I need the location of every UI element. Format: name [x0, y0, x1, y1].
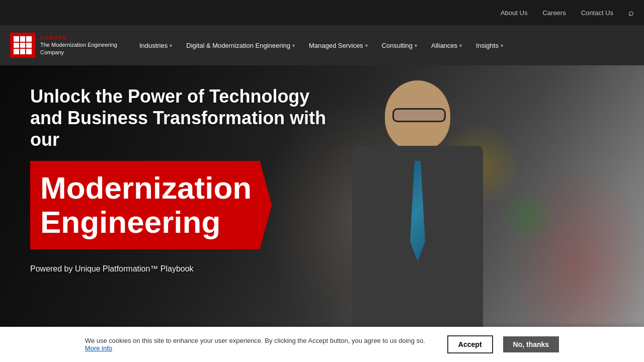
chevron-down-icon: ▾	[415, 43, 417, 48]
hero-subtext: Powered by Unique Platformation™ Playboo…	[30, 264, 332, 274]
top-bar: About Us Careers Contact Us ⌕	[0, 0, 644, 25]
cookie-message: We use cookies on this site to enhance y…	[85, 337, 437, 352]
main-nav: SONATA The Modernization Engineering Com…	[0, 25, 644, 65]
person-body	[352, 146, 483, 337]
hero-big-line1: Modernization	[40, 171, 252, 205]
chevron-down-icon: ▾	[501, 43, 503, 48]
logo[interactable]: SONATA The Modernization Engineering Com…	[10, 33, 117, 58]
careers-link[interactable]: Careers	[542, 9, 566, 17]
logo-text: SONATA The Modernization Engineering Com…	[40, 35, 117, 56]
chevron-down-icon: ▾	[365, 43, 368, 48]
hero-big-line2: Engineering	[40, 205, 252, 239]
accept-cookies-button[interactable]: Accept	[447, 335, 493, 353]
nav-item-managed-services[interactable]: Managed Services ▾	[302, 25, 375, 65]
chevron-down-icon: ▾	[459, 43, 462, 48]
hero-section: Unlock the Power of Technology and Busin…	[0, 65, 644, 362]
logo-box	[10, 33, 35, 58]
hero-red-banner: Modernization Engineering	[30, 161, 272, 249]
chevron-down-icon: ▾	[170, 43, 172, 48]
hero-content: Unlock the Power of Technology and Busin…	[30, 85, 332, 274]
nav-item-digital[interactable]: Digital & Modernization Engineering ▾	[179, 25, 302, 65]
cookie-bar: We use cookies on this site to enhance y…	[0, 327, 644, 362]
decline-cookies-button[interactable]: No, thanks	[503, 336, 559, 352]
hero-headline: Unlock the Power of Technology and Busin…	[30, 85, 332, 151]
chevron-down-icon: ▾	[292, 43, 295, 48]
person-silhouette	[332, 75, 503, 357]
about-us-link[interactable]: About Us	[501, 9, 527, 17]
search-icon[interactable]: ⌕	[628, 8, 634, 18]
nav-item-consulting[interactable]: Consulting ▾	[375, 25, 424, 65]
nav-item-insights[interactable]: Insights ▾	[469, 25, 510, 65]
nav-item-alliances[interactable]: Alliances ▾	[424, 25, 469, 65]
person-head	[385, 80, 450, 151]
logo-grid	[14, 36, 32, 54]
nav-item-industries[interactable]: Industries ▾	[132, 25, 179, 65]
main-nav-items: Industries ▾ Digital & Modernization Eng…	[132, 25, 634, 65]
more-info-link[interactable]: More info	[85, 344, 112, 352]
contact-us-link[interactable]: Contact Us	[581, 9, 613, 17]
